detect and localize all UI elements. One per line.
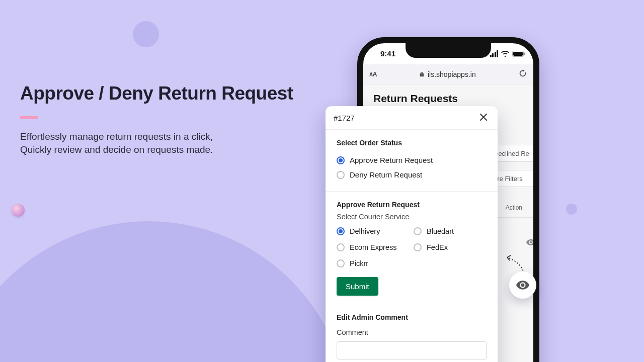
- radio-label: Ecom Express: [350, 243, 396, 251]
- radio-courier-bluedart[interactable]: Bluedart: [414, 226, 487, 237]
- svg-rect-1: [513, 52, 523, 56]
- url-display[interactable]: ils.shopiapps.in: [382, 70, 513, 78]
- radio-icon: [337, 259, 345, 267]
- radio-icon: [337, 171, 345, 179]
- order-status-section: Select Order Status Approve Return Reque…: [326, 130, 498, 191]
- decorative-circle: [0, 221, 350, 362]
- section-help: Select Courier Service: [337, 213, 487, 221]
- status-indicators: [490, 50, 526, 57]
- cellular-icon: [490, 50, 499, 57]
- section-label: Edit Admin Comment: [337, 313, 487, 321]
- svg-rect-2: [524, 53, 525, 55]
- decorative-circle: [133, 21, 159, 47]
- radio-icon: [337, 156, 345, 164]
- eye-icon: [516, 281, 529, 290]
- battery-icon: [512, 51, 525, 57]
- close-icon: [478, 112, 489, 122]
- radio-label: Pickrr: [350, 259, 368, 267]
- section-label: Select Order Status: [337, 139, 487, 147]
- radio-icon: [414, 243, 422, 251]
- radio-icon: [414, 227, 422, 235]
- admin-comment-section: Edit Admin Comment Comment: [326, 305, 498, 362]
- radio-icon: [337, 243, 345, 251]
- decorative-circle: [12, 204, 25, 217]
- text-size-control[interactable]: AA: [369, 70, 377, 78]
- close-button[interactable]: [478, 112, 490, 123]
- radio-courier-fedex[interactable]: FedEx: [414, 242, 487, 253]
- promo-stage: Approve / Deny Return Request Effortless…: [0, 0, 644, 362]
- subcopy-line: Effortlessly manage return requests in a…: [20, 131, 213, 142]
- reload-icon: [518, 69, 527, 78]
- radio-courier-ecom[interactable]: Ecom Express: [337, 242, 410, 253]
- comment-textarea[interactable]: [337, 341, 487, 359]
- radio-label: Bluedart: [427, 227, 454, 235]
- status-time: 9:41: [380, 49, 395, 58]
- radio-label: Deny Return Request: [350, 170, 422, 179]
- decorative-circle: [566, 204, 577, 215]
- browser-url-bar: AA ils.shopiapps.in: [363, 64, 533, 84]
- submit-button[interactable]: Submit: [337, 277, 378, 296]
- headline: Approve / Deny Return Request: [20, 83, 302, 104]
- radio-courier-pickrr[interactable]: Pickrr: [337, 258, 410, 269]
- return-request-modal: #1727 Select Order Status Approve Return…: [326, 106, 498, 362]
- radio-label: Delhivery: [350, 227, 380, 235]
- reload-button[interactable]: [518, 69, 527, 80]
- lock-icon: [419, 71, 425, 77]
- field-label: Comment: [337, 328, 487, 336]
- accent-bar: [20, 116, 38, 119]
- radio-label: Approve Return Request: [350, 156, 433, 164]
- row-view-icon[interactable]: [526, 238, 533, 247]
- table-col-header: Action: [506, 204, 522, 211]
- phone-notch: [406, 43, 491, 58]
- modal-order-number: #1727: [334, 114, 355, 122]
- page-title: Return Requests: [363, 84, 533, 109]
- marketing-column: Approve / Deny Return Request Effortless…: [20, 83, 302, 156]
- radio-label: FedEx: [427, 243, 448, 251]
- radio-courier-delhivery[interactable]: Delhivery: [337, 226, 410, 237]
- courier-section: Approve Return Request Select Courier Se…: [326, 192, 498, 305]
- section-label: Approve Return Request: [337, 201, 487, 209]
- radio-approve-return[interactable]: Approve Return Request: [337, 153, 487, 167]
- radio-icon: [337, 227, 345, 235]
- subcopy-line: Quickly review and decide on requests ma…: [20, 144, 213, 155]
- view-action-fab[interactable]: [509, 272, 536, 299]
- radio-deny-return[interactable]: Deny Return Request: [337, 167, 487, 182]
- url-host: ils.shopiapps.in: [428, 70, 476, 78]
- wifi-icon: [501, 51, 509, 57]
- subcopy: Effortlessly manage return requests in a…: [20, 130, 302, 156]
